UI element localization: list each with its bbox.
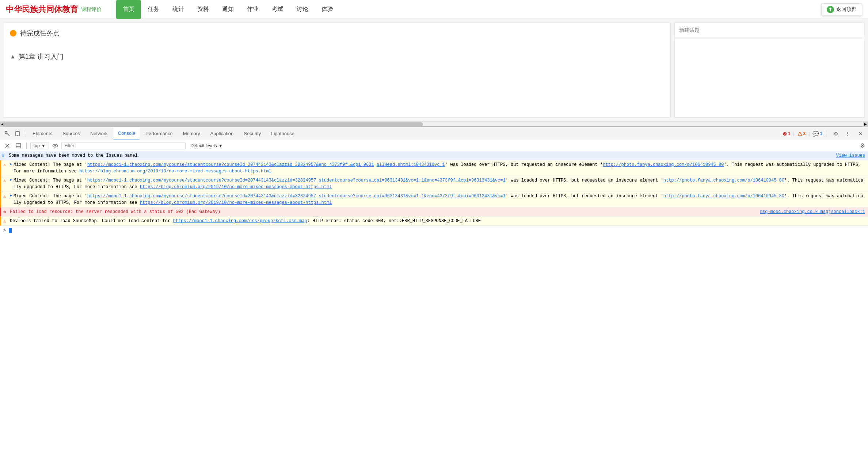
info-message-icon: ℹ [2, 153, 4, 159]
svg-point-9 [54, 145, 56, 146]
tab-memory[interactable]: Memory [179, 127, 205, 140]
more-options-icon[interactable]: ⋮ [843, 129, 852, 138]
tab-network[interactable]: Network [86, 127, 112, 140]
warn-link-2d[interactable]: http://photo.fanya.chaoxing.com/p/106410… [663, 178, 784, 183]
nav-item-notifications[interactable]: 通知 [216, 0, 240, 19]
default-levels-chevron-icon: ▼ [218, 143, 223, 148]
tab-console[interactable]: Console [114, 127, 140, 140]
prompt-cursor [9, 228, 12, 233]
warn-message-icon-4: ⚠ [3, 218, 6, 225]
svg-rect-0 [5, 132, 7, 133]
tab-application[interactable]: Application [206, 127, 238, 140]
context-selector[interactable]: top ▼ [30, 142, 49, 149]
console-messages-area: ℹ Some messages have been moved to the I… [0, 151, 868, 472]
warn-message-text-4: DevTools failed to load SourceMap: Could… [10, 218, 865, 224]
warn-link-3b[interactable]: studentcourse?course…cpi=96313431&vc=1:1 [319, 194, 424, 199]
nav-item-stats[interactable]: 统计 [166, 0, 191, 19]
warn-link-1c[interactable]: http://photo.fanya.chaoxing.com/p/106410… [603, 162, 724, 167]
warn-link-4a[interactable]: https://mooc1-1.chaoxing.com/css/group/k… [173, 218, 307, 224]
devtools-panel: Elements Sources Network Console Perform… [0, 126, 868, 472]
tab-performance[interactable]: Performance [141, 127, 177, 140]
warn-expand-1[interactable]: ▶ [10, 161, 12, 167]
error-message-icon: ⊗ [3, 209, 6, 216]
back-to-top-icon: ⬆ [827, 6, 834, 13]
brand-subtitle: 课程评价 [81, 6, 102, 13]
new-topic-input[interactable] [674, 23, 864, 37]
task-header: 待完成任务点 [10, 29, 665, 38]
warn-link-1b[interactable]: allHead.shtml:1043431&vc=1 [377, 162, 445, 167]
error-message-source[interactable]: msg-mooc.chaoxing.co…k=msgjsoncallback:1 [760, 209, 865, 215]
console-toolbar: top ▼ Default levels ▼ ⚙ [0, 140, 868, 151]
warn-count: 3 [803, 131, 806, 136]
show-drawer-icon[interactable] [14, 141, 23, 150]
right-text-area [674, 39, 864, 118]
settings-icon[interactable]: ⚙ [831, 129, 840, 138]
info-icon: 💬 [812, 131, 819, 137]
console-settings-icon[interactable]: ⚙ [860, 142, 865, 149]
prompt-chevron-icon: > [3, 228, 6, 233]
default-levels-dropdown[interactable]: Default levels ▼ [188, 142, 226, 149]
tab-sources[interactable]: Sources [58, 127, 84, 140]
error-count: 1 [788, 131, 791, 136]
tab-lighthouse[interactable]: Lighthouse [267, 127, 299, 140]
warn-link-3a[interactable]: https://mooc1-1.chaoxing.com/mycourse/st… [87, 194, 316, 199]
error-message-text: Failed to load resource: the server resp… [10, 209, 757, 215]
svg-line-1 [7, 133, 9, 136]
scroll-thumb[interactable] [3, 122, 423, 126]
nav-item-discussion[interactable]: 讨论 [290, 0, 315, 19]
devtools-icon-toolbar: Elements Sources Network Console Perform… [0, 127, 868, 140]
warn-message-icon-1: ⚠ [3, 162, 6, 168]
collapse-icon[interactable]: ▲ [10, 53, 16, 60]
info-message-text: Some messages have been moved to the Iss… [9, 152, 836, 159]
context-label: top [34, 143, 40, 148]
nav-item-tasks[interactable]: 任务 [141, 0, 166, 19]
horizontal-scrollbar[interactable]: ◀ ▶ [0, 121, 868, 126]
view-issues-link[interactable]: View issues [836, 152, 865, 159]
warn-link-2c[interactable]: &enc=4373f9f…&cpi=96313431&vc=1 [424, 178, 505, 183]
warn-link-2b[interactable]: studentcourse?course…cpi=96313431&vc=1:1 [319, 178, 424, 183]
warn-message-icon-3: ⚠ [3, 193, 6, 200]
back-to-top-button[interactable]: ⬆ 返回顶部 [821, 3, 862, 16]
console-message-info: ℹ Some messages have been moved to the I… [0, 151, 868, 160]
left-panel: 待完成任务点 ▲ 第1章 讲习入门 [4, 23, 671, 118]
device-toolbar-icon[interactable] [13, 129, 22, 138]
nav-item-homework[interactable]: 作业 [240, 0, 265, 19]
warn-message-text-1: Mixed Content: The page at 'https://mooc… [14, 161, 865, 175]
console-filter-input[interactable] [61, 142, 186, 149]
chapter-header: ▲ 第1章 讲习入门 [10, 52, 665, 61]
nav-item-resources[interactable]: 资料 [191, 0, 216, 19]
console-prompt[interactable]: > [0, 226, 868, 235]
tab-elements[interactable]: Elements [28, 127, 57, 140]
warn-expand-2[interactable]: ▶ [10, 177, 12, 183]
toolbar-separator-1 [25, 130, 25, 137]
warn-link-3d[interactable]: http://photo.fanya.chaoxing.com/p/106410… [663, 194, 784, 199]
console-message-error: ⊗ Failed to load resource: the server re… [0, 208, 868, 217]
close-devtools-button[interactable]: ✕ [856, 129, 865, 138]
live-expressions-icon[interactable] [51, 142, 59, 150]
tab-right-controls: ⊗ 1 | ⚠ 3 | 💬 1 ⚙ ⋮ ✕ [783, 129, 865, 138]
nav-item-experience[interactable]: 体验 [315, 0, 340, 19]
warn-link-1d[interactable]: https://blog.chromium.org/2019/10/no-mor… [79, 169, 271, 174]
nav-item-home[interactable]: 首页 [116, 0, 141, 19]
warn-link-2e[interactable]: https://blog.chromium.org/2019/10/no-mor… [140, 184, 332, 190]
warn-link-1a[interactable]: https://mooc1-1.chaoxing.com/mycourse/st… [87, 162, 374, 167]
scroll-right-arrow[interactable]: ▶ [863, 122, 868, 127]
context-chevron-icon: ▼ [41, 143, 46, 148]
error-icon: ⊗ [783, 131, 787, 137]
warn-message-text-2: Mixed Content: The page at 'https://mooc… [14, 177, 865, 190]
warn-link-3e[interactable]: https://blog.chromium.org/2019/10/no-mor… [140, 200, 332, 205]
error-badge: ⊗ 1 [783, 131, 791, 137]
warn-link-3c[interactable]: &enc=4373f9f…&cpi=96313431&vc=1 [424, 194, 505, 199]
task-title: 待完成任务点 [20, 29, 60, 38]
chapter-title: 第1章 讲习入门 [19, 52, 64, 61]
inspect-element-icon[interactable] [3, 129, 12, 138]
clear-console-icon[interactable] [3, 141, 12, 150]
warn-link-2a[interactable]: https://mooc1-1.chaoxing.com/mycourse/st… [87, 178, 316, 183]
warn-expand-3[interactable]: ▶ [10, 193, 12, 198]
brand-title: 中华民族共同体教育 [6, 4, 78, 15]
console-message-warn-4: ⚠ DevTools failed to load SourceMap: Cou… [0, 217, 868, 226]
warn-icon: ⚠ [797, 131, 802, 137]
nav-item-exam[interactable]: 考试 [265, 0, 290, 19]
nav-items: 首页 任务 统计 资料 通知 作业 考试 讨论 体验 [116, 0, 814, 19]
tab-security[interactable]: Security [239, 127, 265, 140]
